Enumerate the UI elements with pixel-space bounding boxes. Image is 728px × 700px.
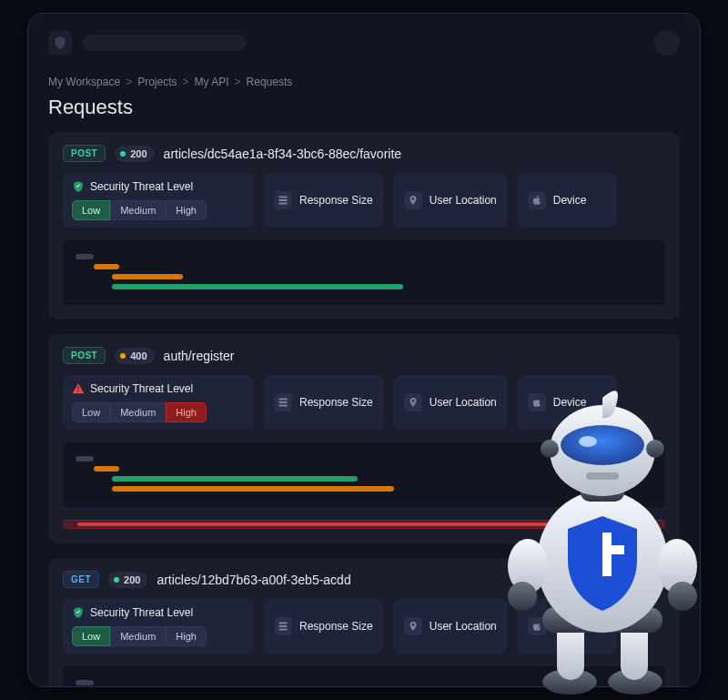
title-placeholder xyxy=(83,35,247,51)
response-size-box[interactable]: Response Size xyxy=(263,173,384,228)
breadcrumb-item[interactable]: Requests xyxy=(247,76,293,88)
avatar[interactable] xyxy=(654,30,680,56)
threat-pill-medium[interactable]: Medium xyxy=(110,626,166,646)
size-icon xyxy=(274,393,292,411)
location-icon xyxy=(404,393,422,411)
request-path: articles/dc54ae1a-8f34-3bc6-88ec/favorit… xyxy=(164,147,402,161)
threat-pill-high[interactable]: High xyxy=(166,200,207,220)
request-line: GET 200 articles/12bd7b63-a00f-3eb5-acdd xyxy=(63,571,665,588)
shield-check-icon xyxy=(72,606,85,619)
threat-title: Security Threat Level xyxy=(90,382,193,395)
chevron-right-icon: > xyxy=(126,76,132,88)
size-icon xyxy=(274,617,292,635)
code-preview xyxy=(63,666,665,687)
user-location-label: User Location xyxy=(430,194,497,207)
threat-pill-high[interactable]: High xyxy=(166,626,207,646)
size-icon xyxy=(274,191,292,209)
request-path: auth/register xyxy=(164,349,235,363)
status-dot-icon xyxy=(114,577,119,583)
threat-level-box: Security Threat Level Low Medium High xyxy=(63,375,254,430)
device-label: Device xyxy=(553,396,587,409)
device-box[interactable]: Device xyxy=(517,599,617,654)
response-size-label: Response Size xyxy=(299,194,373,207)
meta-row: Security Threat Level Low Medium High Re… xyxy=(63,173,665,228)
threat-title: Security Threat Level xyxy=(90,180,193,193)
status-dot-icon xyxy=(120,353,126,359)
chevron-right-icon: > xyxy=(235,76,241,88)
request-line: POST 400 auth/register xyxy=(63,347,665,364)
shield-icon xyxy=(53,36,67,50)
request-card[interactable]: POST 400 auth/register Security Threat L… xyxy=(48,334,680,543)
response-size-box[interactable]: Response Size xyxy=(263,375,384,430)
device-box[interactable]: Device xyxy=(517,375,617,430)
threat-level-box: Security Threat Level Low Medium High xyxy=(63,173,254,228)
status-code: 200 xyxy=(124,574,140,585)
method-badge: POST xyxy=(63,347,106,364)
device-icon xyxy=(528,393,546,411)
threat-pill-high[interactable]: High xyxy=(166,402,207,422)
app-window: My Workspace > Projects > My API > Reque… xyxy=(27,13,701,687)
breadcrumb-item[interactable]: My API xyxy=(195,76,229,88)
status-code: 200 xyxy=(130,148,147,159)
location-icon xyxy=(404,191,422,209)
status-badge: 200 xyxy=(108,572,147,588)
request-line: POST 200 articles/dc54ae1a-8f34-3bc6-88e… xyxy=(63,145,665,162)
location-icon xyxy=(404,617,422,635)
device-label: Device xyxy=(553,620,587,633)
user-location-label: User Location xyxy=(430,396,497,409)
request-card[interactable]: POST 200 articles/dc54ae1a-8f34-3bc6-88e… xyxy=(48,132,680,320)
code-preview xyxy=(63,442,665,507)
warning-icon xyxy=(72,382,85,395)
threat-title: Security Threat Level xyxy=(90,606,193,619)
error-stripe xyxy=(63,520,665,529)
user-location-box[interactable]: User Location xyxy=(393,375,508,430)
response-size-label: Response Size xyxy=(299,396,373,409)
request-path: articles/12bd7b63-a00f-3eb5-acdd xyxy=(157,573,350,587)
threat-level-box: Security Threat Level Low Medium High xyxy=(63,599,254,654)
breadcrumb: My Workspace > Projects > My API > Reque… xyxy=(48,76,680,88)
request-card[interactable]: GET 200 articles/12bd7b63-a00f-3eb5-acdd… xyxy=(48,558,680,687)
device-box[interactable]: Device xyxy=(517,173,617,228)
device-label: Device xyxy=(553,194,587,207)
threat-pill-low[interactable]: Low xyxy=(72,626,110,646)
status-badge: 400 xyxy=(115,348,154,364)
breadcrumb-item[interactable]: Projects xyxy=(137,76,177,88)
breadcrumb-item[interactable]: My Workspace xyxy=(48,76,120,88)
method-badge: GET xyxy=(63,571,99,588)
status-dot-icon xyxy=(120,151,126,157)
method-badge: POST xyxy=(63,145,106,162)
meta-row: Security Threat Level Low Medium High Re… xyxy=(63,375,665,430)
threat-pill-medium[interactable]: Medium xyxy=(110,402,166,422)
user-location-box[interactable]: User Location xyxy=(393,173,508,228)
titlebar xyxy=(48,30,680,56)
shield-check-icon xyxy=(72,180,85,193)
user-location-label: User Location xyxy=(430,620,497,633)
device-icon xyxy=(528,191,546,209)
device-icon xyxy=(528,617,546,635)
status-code: 400 xyxy=(130,350,147,361)
page-title: Requests xyxy=(48,96,680,119)
response-size-box[interactable]: Response Size xyxy=(263,599,384,654)
user-location-box[interactable]: User Location xyxy=(393,599,508,654)
threat-pill-low[interactable]: Low xyxy=(72,402,110,422)
response-size-label: Response Size xyxy=(299,620,373,633)
threat-pill-low[interactable]: Low xyxy=(72,200,110,220)
meta-row: Security Threat Level Low Medium High Re… xyxy=(63,599,665,654)
code-preview xyxy=(63,240,665,305)
threat-pill-medium[interactable]: Medium xyxy=(110,200,166,220)
app-logo[interactable] xyxy=(48,31,72,55)
chevron-right-icon: > xyxy=(183,76,189,88)
status-badge: 200 xyxy=(115,146,154,162)
